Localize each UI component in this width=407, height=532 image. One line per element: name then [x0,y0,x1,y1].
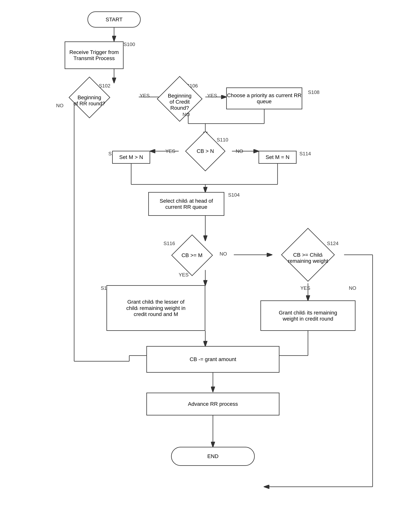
s124-diamond: CB >= Childᵢ remaining weight [272,236,344,274]
end-node: END [171,447,255,466]
s106-no-label: NO [182,112,190,117]
s126-node: Grant childᵢ its remaining weight in cre… [260,300,355,331]
s126-label: Grant childᵢ its remaining weight in cre… [279,310,337,322]
s106-yes-label: YES [207,93,217,99]
s124-no-label: NO [349,285,356,291]
s100-step-label: S100 [124,41,135,47]
s118-node: Grant childᵢ the lesser of childᵢ remain… [106,285,205,331]
s124-yes-label: YES [300,285,310,291]
s112-node: Set M > N [112,151,150,164]
end-label: END [207,453,219,459]
s116-no-label: NO [219,251,227,257]
s114-step-label: S114 [299,151,311,157]
s108-node: Choose a priority as current RR queue [226,87,302,109]
s104-step-label: S104 [228,192,240,198]
s102-no-label: NO [56,103,63,109]
s100-label: Receive Trigger from Transmit Process [69,49,119,62]
s114-node: Set M = N [258,151,297,164]
s116-diamond: CB >= M [169,241,215,270]
s110-no-label: NO [236,148,243,154]
start-label: START [105,16,122,23]
s102-diamond: Beginning of RR round? [65,83,114,112]
start-node: START [87,11,141,28]
s110-yes-label: YES [165,148,175,154]
s122-node: Advance RR process [146,393,279,415]
s104-label: Select childᵢ at head of current RR queu… [160,198,213,210]
s108-label: Choose a priority as current RR queue [227,92,302,105]
s100-node: Receive Trigger from Transmit Process [65,41,124,69]
s116-yes-label: YES [179,272,188,278]
s110-diamond: CB > N [179,137,232,165]
s118-label: Grant childᵢ the lesser of childᵢ remain… [126,299,186,317]
s104-node: Select childᵢ at head of current RR queu… [148,192,224,216]
s106-diamond: Beginning of Credit Round? [156,83,204,115]
s108-step-label: S108 [308,89,320,95]
s102-yes-label: YES [140,93,150,99]
s120-node: CB -= grant amount [146,346,279,373]
